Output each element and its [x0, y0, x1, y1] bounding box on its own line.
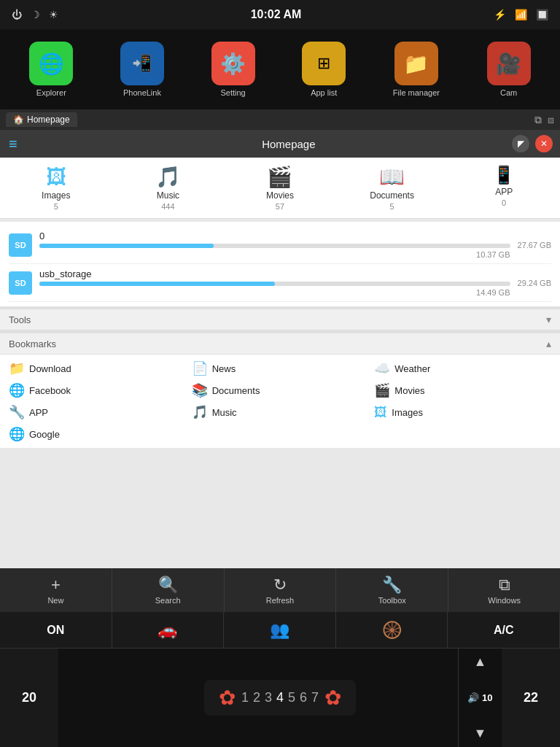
storage-item-0[interactable]: SD 0 10.37 GB 27.67 GB [9, 226, 551, 264]
explorer-label: Explorer [36, 88, 66, 97]
app-setting[interactable]: ⚙️ Setting [211, 42, 255, 97]
filemanager-icon: 📁 [394, 42, 438, 85]
tools-section-title: Tools [9, 314, 31, 325]
bookmark-app[interactable]: 🔧 APP [9, 404, 186, 420]
app-phonelink[interactable]: 📲 PhoneLink [120, 42, 164, 97]
homepage-tab-label: Homepage [27, 115, 70, 125]
wifi-icon: 📶 [515, 9, 527, 20]
app-explorer[interactable]: 🌐 Explorer [29, 42, 73, 97]
category-movies[interactable]: 🎬 Movies 57 [224, 165, 336, 211]
homepage-tab[interactable]: 🏠 Homepage [6, 112, 77, 127]
toolbox-label: Toolbox [378, 596, 406, 605]
app-bm-label: APP [29, 407, 48, 418]
storage-0-bar [39, 244, 214, 248]
power-icon: ⏻ [12, 9, 22, 20]
car-icon1-button[interactable]: 🚗 [112, 612, 225, 648]
header-actions: ◤ ✕ [512, 135, 553, 152]
status-right-icons: ⚡ 📶 🔲 [494, 9, 548, 20]
fan-num-3: 3 [265, 690, 272, 705]
google-bm-label: Google [29, 429, 60, 440]
browser-header: ≡ Homepage ◤ ✕ [0, 130, 560, 158]
bookmark-documents[interactable]: 📚 Documents [192, 382, 369, 398]
app-cam[interactable]: 🎥 Cam [487, 42, 531, 97]
status-time: 10:02 AM [251, 8, 302, 21]
bookmark-weather[interactable]: ☁️ Weather [374, 360, 551, 376]
bookmark-google[interactable]: 🌐 Google [9, 426, 186, 442]
applist-label: App list [311, 88, 337, 97]
new-label: New [47, 596, 63, 605]
category-app[interactable]: 📱 APP 0 [448, 165, 560, 211]
browser-header-title: Homepage [26, 138, 551, 150]
music-cat-label: Music [157, 190, 179, 201]
new-button[interactable]: + New [0, 568, 112, 612]
storage-usb-used: 14.49 GB [39, 288, 510, 297]
bookmark-facebook[interactable]: 🌐 Facebook [9, 382, 186, 398]
bookmark-music[interactable]: 🎵 Music [192, 404, 369, 420]
bookmark-download[interactable]: 📁 Download [9, 360, 186, 376]
app-bar: 🌐 Explorer 📲 PhoneLink ⚙️ Setting ⊞ App … [0, 29, 560, 109]
storage-0-bar-container [39, 244, 510, 248]
fan-num-6: 6 [300, 690, 307, 705]
storage-usb-bar [39, 282, 275, 286]
menu-icon[interactable]: ≡ [9, 136, 18, 152]
app-filemanager[interactable]: 📁 File manager [393, 42, 440, 97]
storage-item-usb[interactable]: SD usb_storage 14.49 GB 29.24 GB [9, 264, 551, 302]
movies-cat-count: 57 [276, 202, 284, 211]
category-documents[interactable]: 📖 Documents 5 [336, 165, 448, 211]
vol-up-button[interactable]: ▲ [474, 654, 487, 670]
refresh-button[interactable]: ↻ Refresh [225, 568, 337, 612]
documents-cat-label: Documents [370, 190, 414, 201]
storage-0-used: 10.37 GB [39, 250, 510, 259]
cam-icon: 🎥 [487, 42, 531, 85]
car-icon3-button[interactable]: 🛞 [336, 612, 448, 648]
cam-label: Cam [500, 88, 517, 97]
sd0-icon: SD [9, 233, 32, 257]
tools-section-header[interactable]: Tools ▾ [0, 306, 560, 330]
app-cat-icon: 📱 [493, 165, 515, 185]
category-images[interactable]: 🖼 Images 5 [0, 165, 112, 211]
search-button[interactable]: 🔍 Search [112, 568, 225, 612]
categories-section: 🖼 Images 5 🎵 Music 444 🎬 Movies 57 📖 Doc… [0, 158, 560, 219]
bookmarks-section-header[interactable]: Bookmarks ▴ [0, 330, 560, 355]
category-music[interactable]: 🎵 Music 444 [112, 165, 225, 211]
bookmark-images[interactable]: 🖼 Images [374, 404, 551, 420]
refresh-label: Refresh [266, 596, 295, 605]
vol-label: 🔊 10 [467, 692, 492, 703]
toolbox-button[interactable]: 🔧 Toolbox [336, 568, 448, 612]
fan-numbers: 1 2 3 4 5 6 7 [241, 690, 319, 705]
fan-num-4: 4 [276, 690, 284, 705]
status-left-icons: ⏻ ☽ ☀ [12, 9, 58, 20]
news-bm-icon: 📄 [192, 360, 208, 376]
toolbox-icon: 🔧 [382, 576, 402, 595]
music-bm-icon: 🎵 [192, 404, 208, 420]
search-icon: 🔍 [158, 576, 178, 595]
close-button[interactable]: ✕ [535, 135, 553, 152]
windows-button[interactable]: ⧉ Windows [448, 568, 560, 612]
car-fan-display: ✿ 1 2 3 4 5 6 7 ✿ ▲ 🔊 10 ▼ [58, 649, 502, 747]
bookmark-movies[interactable]: 🎬 Movies [374, 382, 551, 398]
facebook-bm-icon: 🌐 [9, 382, 25, 398]
refresh-icon: ↻ [273, 576, 287, 595]
usb-icon: ⚡ [494, 9, 506, 20]
tab-copy-icon[interactable]: ⧇ [548, 114, 554, 126]
storage-usb-total: 29.24 GB [518, 279, 551, 287]
movies-bm-icon: 🎬 [374, 382, 390, 398]
minimize-button[interactable]: ◤ [512, 135, 529, 152]
news-bm-label: News [212, 363, 236, 374]
fan-left-icon: ✿ [219, 686, 236, 710]
app-applist[interactable]: ⊞ App list [302, 42, 346, 97]
car-icon2-button[interactable]: 👥 [224, 612, 336, 648]
explorer-icon: 🌐 [29, 42, 73, 85]
car-ac-button[interactable]: A/C [448, 612, 560, 648]
car-fan-icon: 👥 [270, 621, 289, 640]
bookmark-news[interactable]: 📄 News [192, 360, 369, 376]
vol-down-button[interactable]: ▼ [474, 726, 487, 741]
tab-new-icon[interactable]: ⧉ [534, 114, 542, 126]
tools-chevron-icon: ▾ [546, 314, 551, 325]
car-on-button[interactable]: ON [0, 612, 112, 648]
storage-0-name: 0 [39, 231, 510, 241]
car-left-temp: 20 [0, 649, 58, 747]
homepage-home-icon: 🏠 [13, 115, 24, 125]
app-cat-label: APP [495, 187, 513, 197]
filemanager-label: File manager [393, 88, 440, 97]
